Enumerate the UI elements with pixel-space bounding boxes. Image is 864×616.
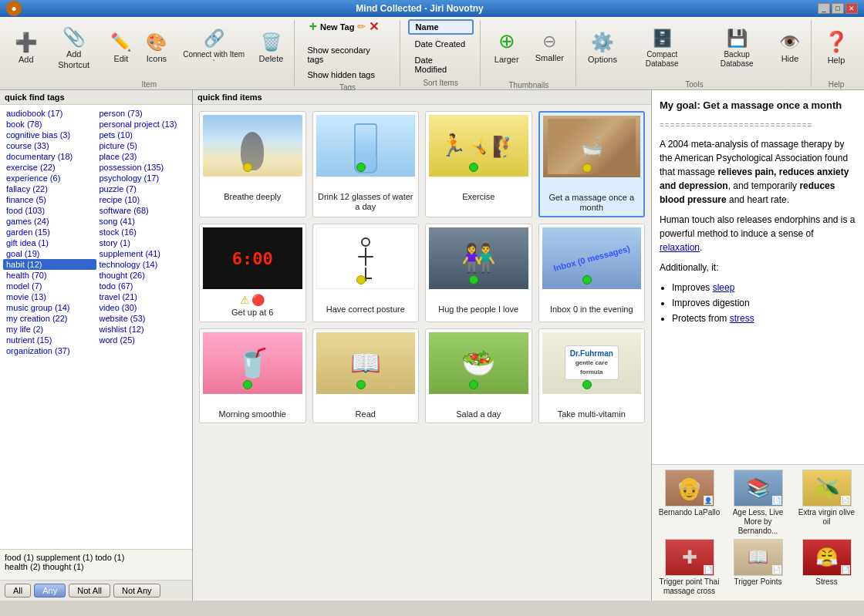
options-button[interactable]: ⚙️ Options bbox=[582, 19, 623, 79]
filter-not-all-button[interactable]: Not All bbox=[69, 584, 110, 597]
tag-my-life[interactable]: my life (2) bbox=[3, 324, 96, 335]
sleep-link[interactable]: sleep bbox=[713, 282, 735, 293]
filter-all-button[interactable]: All bbox=[5, 584, 31, 597]
show-hidden-button[interactable]: Show hidden tags bbox=[302, 68, 393, 82]
close-button[interactable]: ✕ bbox=[845, 3, 858, 14]
tag-book[interactable]: book (78) bbox=[3, 119, 96, 130]
item-salad[interactable]: 🥗 Salad a day bbox=[425, 328, 532, 423]
tag-place[interactable]: place (23) bbox=[96, 151, 190, 162]
maximize-button[interactable]: □ bbox=[832, 3, 844, 14]
item-correct-posture[interactable]: Have correct posture bbox=[312, 224, 420, 321]
tag-exercise[interactable]: exercise (22) bbox=[3, 162, 96, 173]
item-inbox-zero[interactable]: Inbox (0 messages) Inbox 0 in the evenin… bbox=[538, 224, 646, 321]
tag-technology[interactable]: technology (14) bbox=[96, 259, 190, 270]
tag-garden[interactable]: garden (15) bbox=[3, 227, 96, 237]
stress-link[interactable]: stress bbox=[730, 313, 754, 324]
tag-my-creation[interactable]: my creation (22) bbox=[3, 313, 96, 324]
tag-habit[interactable]: habit (12) bbox=[3, 259, 96, 270]
tag-movie[interactable]: movie (13) bbox=[3, 291, 96, 302]
thumbnails-group: ⊕ Larger ⊖ Smaller Thumbnails bbox=[482, 20, 576, 86]
add-shortcut-button[interactable]: 📎 Add Shortcut bbox=[44, 19, 103, 79]
larger-button[interactable]: ⊕ Larger bbox=[488, 18, 525, 78]
delete-icon: 🗑️ bbox=[261, 32, 282, 52]
vitamin-label: Take multi-vitamin bbox=[558, 409, 626, 419]
tag-story[interactable]: story (1) bbox=[96, 237, 190, 248]
tag-music-group[interactable]: music group (14) bbox=[3, 302, 96, 313]
related-grid: 👴 👤 Bernando LaPallo 📚 📄 Age Less, Live … bbox=[656, 470, 859, 596]
item-multivitamin[interactable]: Dr.Fuhrmangentle careformula Take multi-… bbox=[538, 328, 646, 423]
tag-todo[interactable]: todo (67) bbox=[96, 281, 190, 291]
connect-button[interactable]: 🔗 Connect with Item ` bbox=[176, 19, 252, 79]
tag-audiobook[interactable]: audiobook (17) bbox=[3, 108, 96, 119]
tag-thought[interactable]: thought (26) bbox=[96, 270, 190, 281]
tag-pets[interactable]: pets (10) bbox=[96, 130, 190, 140]
tag-recipe[interactable]: recipe (10) bbox=[96, 194, 190, 205]
tag-picture[interactable]: picture (5) bbox=[96, 140, 190, 151]
item-breathe-deeply[interactable]: Breathe deeply bbox=[199, 111, 306, 217]
hide-button[interactable]: 👁️ Hide bbox=[774, 19, 806, 79]
help-button[interactable]: ❓ Help bbox=[818, 19, 855, 79]
filter-not-any-button[interactable]: Not Any bbox=[113, 584, 160, 597]
tag-health[interactable]: health (70) bbox=[3, 270, 96, 281]
minimize-button[interactable]: _ bbox=[818, 3, 830, 14]
tag-possession[interactable]: possession (135) bbox=[96, 162, 190, 173]
sort-name-button[interactable]: Name bbox=[408, 19, 474, 35]
tag-word[interactable]: word (25) bbox=[96, 335, 190, 345]
delete-button[interactable]: 🗑️ Delete bbox=[253, 19, 289, 79]
tag-games[interactable]: games (24) bbox=[3, 216, 96, 227]
tag-personal-project[interactable]: personal project (13) bbox=[96, 119, 190, 130]
item-drink-water[interactable]: Drink 12 glasses of water a day bbox=[312, 111, 420, 217]
backup-database-button[interactable]: 💾 Backup Database bbox=[701, 19, 772, 79]
tag-nutrient[interactable]: nutrient (15) bbox=[3, 335, 96, 345]
tag-documentary[interactable]: documentary (18) bbox=[3, 151, 96, 162]
tag-course[interactable]: course (33) bbox=[3, 140, 96, 151]
filter-any-button[interactable]: Any bbox=[34, 584, 66, 597]
sort-date-created-button[interactable]: Date Created bbox=[408, 37, 474, 51]
tag-model[interactable]: model (7) bbox=[3, 281, 96, 291]
item-exercise[interactable]: 🏃 🤸 🧗 Exercise bbox=[425, 111, 532, 217]
tag-video[interactable]: video (30) bbox=[96, 302, 190, 313]
related-trigger-points[interactable]: 📖 📄 Trigger Points bbox=[725, 539, 791, 596]
related-bernando-lapallo[interactable]: 👴 👤 Bernando LaPallo bbox=[656, 470, 722, 536]
item-morning-smoothie[interactable]: 🥤 Morning smoothie bbox=[199, 328, 306, 423]
tag-travel[interactable]: travel (21) bbox=[96, 291, 190, 302]
tag-goal[interactable]: goal (19) bbox=[3, 248, 96, 259]
tag-website[interactable]: website (53) bbox=[96, 313, 190, 324]
tag-wishlist[interactable]: wishlist (12) bbox=[96, 324, 190, 335]
related-olive-oil[interactable]: 🫒 📄 Extra virgin olive oil bbox=[794, 470, 859, 536]
show-secondary-label: Show secondary tags bbox=[308, 45, 388, 64]
tag-person[interactable]: person (73) bbox=[96, 108, 190, 119]
icons-button[interactable]: 🎨 Icons bbox=[139, 19, 174, 79]
sort-date-modified-button[interactable]: Date Modified bbox=[408, 53, 474, 76]
new-tag-button[interactable]: + New Tag ✏ ✕ bbox=[302, 15, 393, 39]
add-button[interactable]: ➕ Add bbox=[9, 19, 42, 79]
item-get-up-at-6[interactable]: 6:00 ⚠ 🔴 Get up at 6 bbox=[199, 224, 306, 321]
compact-database-button[interactable]: 🗄️ Compact Database bbox=[624, 19, 700, 79]
tag-food[interactable]: food (103) bbox=[3, 205, 96, 216]
related-age-less[interactable]: 📚 📄 Age Less, Live More by Bernando... bbox=[725, 470, 791, 536]
tag-software[interactable]: software (68) bbox=[96, 205, 190, 216]
smaller-button[interactable]: ⊖ Smaller bbox=[530, 18, 569, 78]
tag-cognitive-bias[interactable]: cognitive bias (3) bbox=[3, 130, 96, 140]
tag-fallacy[interactable]: fallacy (22) bbox=[3, 183, 96, 194]
relaxation-link[interactable]: relaxation bbox=[660, 242, 700, 253]
related-stress[interactable]: 😤 📄 Stress bbox=[794, 539, 859, 596]
tag-stock[interactable]: stock (16) bbox=[96, 227, 190, 237]
tag-gift-idea[interactable]: gift idea (1) bbox=[3, 237, 96, 248]
tag-puzzle[interactable]: puzzle (7) bbox=[96, 183, 190, 194]
tag-experience[interactable]: experience (6) bbox=[3, 173, 96, 183]
add-icon: ➕ bbox=[15, 32, 38, 53]
related-trigger-thai[interactable]: ✚ 📄 Trigger point Thai massage cross bbox=[656, 539, 722, 596]
show-secondary-button[interactable]: Show secondary tags bbox=[302, 43, 393, 66]
tag-organization[interactable]: organization (37) bbox=[3, 345, 96, 356]
help-icon: ❓ bbox=[824, 30, 849, 54]
item-get-massage[interactable]: 🛁 Get a massage once a month bbox=[538, 111, 646, 217]
main-content: quick find tags audiobook (17) book (78)… bbox=[0, 90, 864, 601]
tag-psychology[interactable]: psychology (17) bbox=[96, 173, 190, 183]
item-read[interactable]: 📖 Read bbox=[312, 328, 420, 423]
tag-song[interactable]: song (41) bbox=[96, 216, 190, 227]
tag-supplement[interactable]: supplement (41) bbox=[96, 248, 190, 259]
tag-finance[interactable]: finance (5) bbox=[3, 194, 96, 205]
item-hug-people[interactable]: 👫 Hug the people I love bbox=[425, 224, 532, 321]
edit-button[interactable]: ✏️ Edit bbox=[105, 19, 137, 79]
